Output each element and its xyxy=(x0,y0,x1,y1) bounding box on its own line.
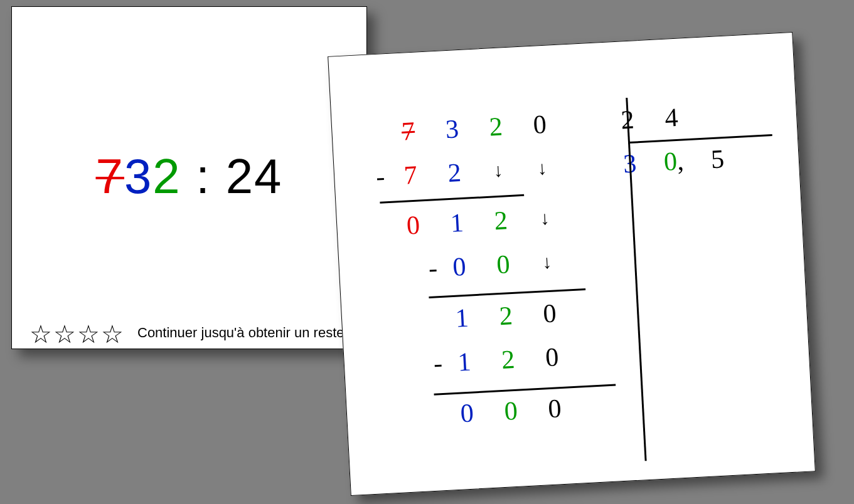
instruction-text: Continuer jusqu'à obtenir un reste nul xyxy=(137,325,366,341)
dividend-d4: 0 xyxy=(517,108,562,141)
r1-c2: 2 xyxy=(432,157,477,189)
r1-c1: 7 xyxy=(388,159,433,191)
problem-card: 732 : 24 ☆☆☆☆ Continuer jusqu'à obtenir … xyxy=(11,6,367,349)
r5-c2: 1 xyxy=(442,345,487,378)
r5-c3: 2 xyxy=(486,344,531,376)
quotient-d3: 5 xyxy=(695,143,740,176)
difficulty-stars: ☆☆☆☆ xyxy=(29,320,125,349)
solution-card: 7 3 2 0 2 4 - 7 2 ↓ ↓ 3 0, 5 0 1 2 xyxy=(328,32,816,496)
dividend-d1: 7 xyxy=(385,115,430,148)
colon: : xyxy=(181,149,226,204)
r3-c3: 0 xyxy=(481,248,526,281)
problem-expression: 732 : 24 xyxy=(12,148,366,205)
quotient-d2: 0, xyxy=(651,145,696,177)
arrow-1: ↓ xyxy=(476,159,521,182)
arrow-2: ↓ xyxy=(520,156,565,180)
r2-c3: 2 xyxy=(478,204,523,237)
minus-2: - xyxy=(393,253,438,285)
r2-c2: 1 xyxy=(434,207,479,239)
r4-c4: 0 xyxy=(527,297,572,330)
digit-3: 2 xyxy=(152,149,181,204)
divisor: 24 xyxy=(226,149,283,204)
r6-c3: 0 xyxy=(488,395,533,428)
r4-c3: 2 xyxy=(483,300,528,332)
r5-c4: 0 xyxy=(530,341,575,374)
r2-c1: 0 xyxy=(390,209,435,241)
arrow-3: ↓ xyxy=(522,206,567,230)
minus-1: - xyxy=(359,161,389,192)
r6-c4: 0 xyxy=(532,392,577,425)
arrow-4: ↓ xyxy=(525,250,570,274)
r4-c2: 1 xyxy=(439,302,484,334)
digit-1: 7 xyxy=(96,149,124,204)
r6-c2: 0 xyxy=(444,397,489,429)
minus-3: - xyxy=(398,348,443,381)
r3-c2: 0 xyxy=(437,251,482,283)
dividend-d3: 2 xyxy=(473,110,518,143)
dividend-d2: 3 xyxy=(429,113,474,145)
digit-2: 3 xyxy=(124,149,152,204)
divisor-d2: 4 xyxy=(649,102,694,134)
long-division: 7 3 2 0 2 4 - 7 2 ↓ ↓ 3 0, 5 0 1 2 xyxy=(356,90,787,440)
